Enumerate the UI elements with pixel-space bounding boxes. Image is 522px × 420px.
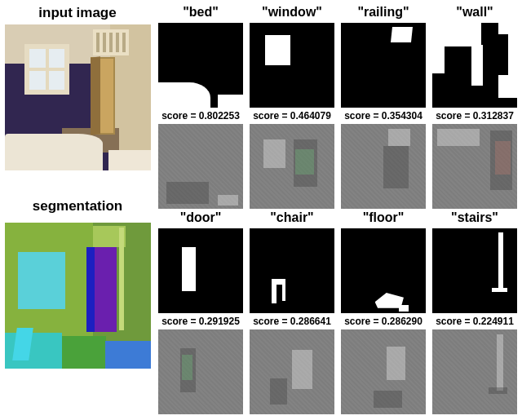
- mask-thumbnail: [250, 228, 334, 313]
- class-label: "door": [158, 210, 243, 227]
- mask-thumbnail: [341, 23, 426, 108]
- mask-thumbnail: [158, 228, 243, 313]
- class-label: "stairs": [432, 210, 517, 227]
- segmentation-title: segmentation: [5, 198, 150, 214]
- class-label: "chair": [250, 210, 334, 227]
- left-column: input image segmentation: [5, 5, 150, 414]
- feature-thumbnail: [250, 329, 334, 414]
- feature-thumbnail: [341, 124, 426, 209]
- mask-thumbnail: [158, 23, 243, 108]
- feature-thumbnail: [432, 124, 517, 209]
- class-label: "bed": [158, 5, 243, 21]
- feature-thumbnail: [432, 329, 517, 414]
- score-text: score = 0.354304: [341, 109, 426, 122]
- score-text: score = 0.464079: [250, 109, 334, 122]
- results-grid: "bed" "window" "railing" "wall" score = …: [158, 5, 517, 414]
- score-text: score = 0.312837: [432, 109, 517, 122]
- score-text: score = 0.224911: [432, 315, 517, 328]
- mask-thumbnail: [432, 23, 517, 108]
- score-text: score = 0.291925: [158, 315, 243, 328]
- class-label: "floor": [341, 210, 426, 227]
- feature-thumbnail: [341, 329, 426, 414]
- score-text: score = 0.802253: [158, 109, 243, 122]
- class-label: "wall": [432, 5, 517, 21]
- mask-thumbnail: [341, 228, 426, 313]
- feature-thumbnail: [250, 124, 334, 209]
- feature-thumbnail: [158, 329, 243, 414]
- segmentation-image: [5, 223, 151, 369]
- class-label: "window": [250, 5, 334, 21]
- figure-root: input image segmentation: [0, 0, 522, 419]
- score-text: score = 0.286290: [341, 315, 426, 328]
- class-label: "railing": [341, 5, 426, 21]
- score-text: score = 0.286641: [250, 315, 334, 328]
- input-image: [5, 24, 151, 170]
- feature-thumbnail: [158, 124, 243, 209]
- mask-thumbnail: [432, 228, 517, 313]
- input-image-title: input image: [5, 5, 150, 21]
- mask-thumbnail: [250, 23, 334, 108]
